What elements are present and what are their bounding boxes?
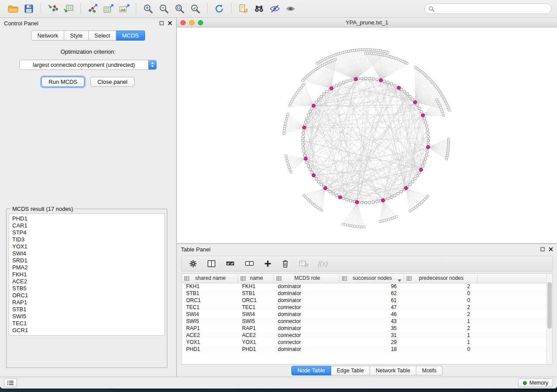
table-cell[interactable]: SWI4 [238, 311, 273, 318]
table-cell[interactable]: SWI5 [182, 318, 238, 325]
criterion-select[interactable]: largest connected component (undirected) [19, 60, 157, 70]
column-header-mcds-role[interactable]: MCDS role [273, 274, 339, 283]
table-cell[interactable]: STB1 [182, 290, 238, 297]
table-cell[interactable]: connector [273, 332, 339, 339]
mcds-result-item[interactable]: GCR1 [12, 327, 161, 334]
table-row[interactable]: FKH1FKH1dominator962 [182, 283, 547, 290]
run-mcds-button[interactable]: Run MCDS [42, 77, 84, 87]
table-cell[interactable]: YOX1 [182, 339, 238, 346]
table-cell[interactable]: 31 [339, 332, 404, 339]
table-cell[interactable]: FKH1 [238, 283, 273, 290]
zoom-selected-button[interactable] [187, 2, 203, 16]
status-menu-button[interactable] [4, 378, 17, 387]
table-cell[interactable]: connector [273, 304, 339, 311]
mcds-result-item[interactable]: TEC1 [12, 320, 161, 327]
mcds-result-item[interactable]: FKH1 [12, 271, 161, 278]
show-hide-graphics-button[interactable] [267, 2, 283, 16]
refresh-view-button[interactable] [211, 2, 227, 16]
table-row[interactable]: SWI5SWI5connector431 [182, 318, 547, 325]
table-cell[interactable]: 62 [339, 290, 404, 297]
table-cell[interactable]: connector [273, 339, 339, 346]
open-session-button[interactable] [5, 2, 21, 16]
export-image-button[interactable] [116, 2, 132, 16]
table-cell[interactable]: 0 [404, 297, 477, 304]
window-close-button[interactable] [180, 20, 186, 25]
sort-descending-icon[interactable] [398, 277, 401, 283]
table-cell[interactable]: ORC1 [238, 297, 273, 304]
delete-column-button[interactable] [281, 259, 289, 268]
table-cell[interactable]: FKH1 [182, 283, 238, 290]
table-cell[interactable]: YOX1 [238, 339, 273, 346]
window-maximize-button[interactable] [198, 20, 203, 25]
close-panel-icon[interactable] [549, 247, 553, 251]
tab-node-table[interactable]: Node Table [291, 366, 331, 375]
column-header-name[interactable]: name [238, 274, 273, 283]
table-row[interactable]: ACE2ACE2connector311 [182, 332, 547, 339]
mcds-result-item[interactable]: SWI4 [12, 250, 161, 257]
table-cell[interactable]: 18 [339, 346, 404, 353]
table-settings-button[interactable] [189, 259, 197, 268]
deselect-all-button[interactable] [245, 260, 254, 268]
window-minimize-button[interactable] [189, 20, 194, 25]
mcds-result-item[interactable]: PHD1 [12, 215, 161, 222]
float-panel-icon[interactable] [540, 247, 545, 251]
table-row[interactable]: PHD1PHD1dominator180 [182, 346, 547, 353]
close-panel-icon[interactable] [168, 21, 172, 25]
tab-mcds[interactable]: MCDS [116, 31, 145, 41]
mcds-result-item[interactable]: SWI5 [12, 313, 161, 320]
import-table-button[interactable] [61, 2, 76, 16]
column-header-shared-name[interactable]: shared name [182, 274, 238, 283]
mcds-result-item[interactable]: RAP1 [12, 299, 161, 306]
table-cell[interactable]: dominator [273, 311, 339, 318]
table-cell[interactable]: dominator [273, 290, 339, 297]
column-header-successor-nodes[interactable]: successor nodes [339, 274, 404, 283]
show-columns-button[interactable] [207, 260, 216, 268]
tab-edge-table[interactable]: Edge Table [331, 366, 370, 375]
table-cell[interactable]: 2 [404, 325, 477, 332]
table-cell[interactable]: ACE2 [238, 332, 273, 339]
table-scrollbar-thumb[interactable] [547, 282, 552, 329]
mcds-result-item[interactable]: ACE2 [12, 278, 161, 285]
network-window-titlebar[interactable]: YPA_prune.txt_1 [177, 18, 557, 28]
select-all-button[interactable] [225, 260, 235, 268]
mcds-result-item[interactable]: STP4 [12, 229, 161, 236]
tab-select[interactable]: Select [89, 31, 116, 41]
column-header-predecessor-nodes[interactable]: predecessor nodes [404, 274, 477, 283]
table-cell[interactable]: 2 [404, 283, 477, 290]
mcds-result-item[interactable]: STB5 [12, 285, 161, 292]
add-column-button[interactable] [264, 260, 272, 268]
float-panel-icon[interactable] [159, 21, 164, 25]
table-cell[interactable]: RAP1 [182, 325, 238, 332]
mcds-result-item[interactable]: SRD1 [12, 257, 161, 264]
table-cell[interactable]: TEC1 [182, 304, 238, 311]
close-panel-button[interactable]: Close panel [90, 77, 135, 87]
table-cell[interactable]: ORC1 [182, 297, 238, 304]
tab-network-table[interactable]: Network Table [370, 366, 416, 375]
table-cell[interactable]: 1 [404, 318, 477, 325]
network-canvas[interactable] [177, 28, 557, 243]
table-cell[interactable]: dominator [273, 283, 339, 290]
table-cell[interactable]: TEC1 [238, 304, 273, 311]
table-cell[interactable]: 96 [339, 283, 404, 290]
table-cell[interactable]: dominator [273, 346, 339, 353]
export-network-button[interactable] [85, 2, 100, 16]
table-cell[interactable]: 1 [404, 339, 477, 346]
table-cell[interactable]: RAP1 [238, 325, 273, 332]
table-cell[interactable]: 47 [339, 304, 404, 311]
table-cell[interactable]: 2 [404, 311, 477, 318]
table-cell[interactable]: SWI4 [182, 311, 238, 318]
table-row[interactable]: STB1STB1dominator620 [182, 290, 547, 297]
table-row[interactable]: RAP1RAP1dominator352 [182, 325, 547, 332]
table-cell[interactable]: 61 [339, 297, 404, 304]
table-cell[interactable]: PHD1 [238, 346, 273, 353]
zoom-fit-button[interactable] [172, 2, 187, 16]
table-row[interactable]: ORC1ORC1dominator610 [182, 297, 547, 304]
mcds-result-item[interactable]: YOX1 [12, 243, 161, 250]
table-cell[interactable]: PHD1 [182, 346, 238, 353]
search-network-button[interactable] [251, 2, 267, 16]
table-cell[interactable]: 0 [404, 346, 477, 353]
toggle-details-button[interactable] [283, 2, 298, 16]
import-network-button[interactable] [45, 2, 61, 16]
table-row[interactable]: SWI4SWI4dominator462 [182, 311, 547, 318]
table-cell[interactable]: 35 [339, 325, 404, 332]
